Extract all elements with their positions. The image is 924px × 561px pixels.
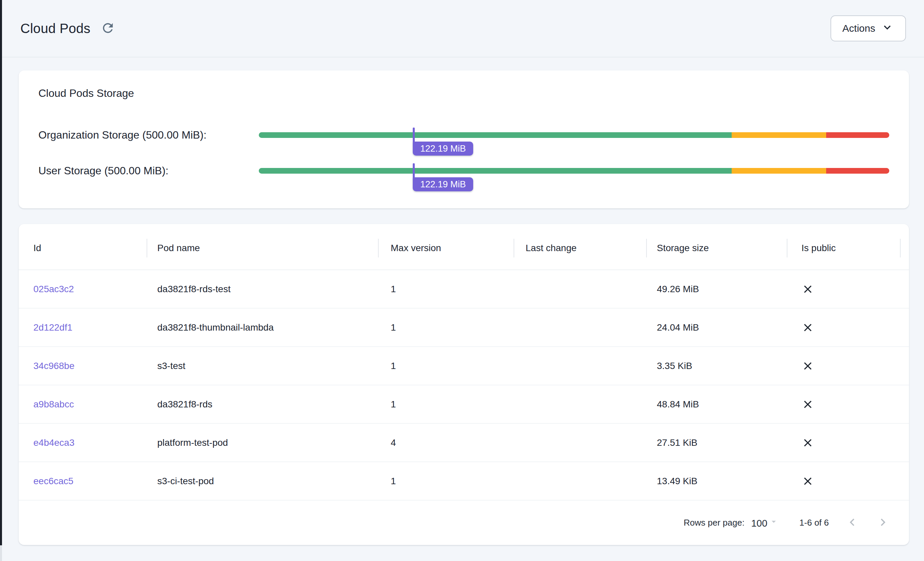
is-public-cell <box>788 475 901 488</box>
table-row: 025ac3c2 da3821f8-rds-test 1 49.26 MiB <box>19 270 909 309</box>
max-version-cell: 1 <box>379 476 514 486</box>
pod-id-cell: a9b8abcc <box>19 399 147 410</box>
pod-name-cell: s3-ci-test-pod <box>147 476 379 486</box>
column-header-storage-size[interactable]: Storage size <box>647 239 788 258</box>
max-version-cell: 4 <box>379 438 514 448</box>
max-version-cell: 1 <box>379 322 514 333</box>
pod-id-cell: 2d122df1 <box>19 322 147 333</box>
actions-button[interactable]: Actions <box>831 15 906 41</box>
is-public-cell <box>788 321 901 334</box>
column-header-pod-name[interactable]: Pod name <box>147 239 379 258</box>
is-public-cell <box>788 360 901 372</box>
pod-name-cell: da3821f8-thumbnail-lambda <box>147 322 379 333</box>
next-page-button[interactable] <box>876 515 890 531</box>
usage-value-badge: 122.19 MiB <box>413 142 473 156</box>
storage-size-cell: 24.04 MiB <box>647 322 788 333</box>
main-content: Cloud Pods Storage Organization Storage … <box>2 57 924 545</box>
column-header-is-public[interactable]: Is public <box>788 239 901 258</box>
storage-size-cell: 48.84 MiB <box>647 399 788 410</box>
storage-size-cell: 27.51 KiB <box>647 438 788 448</box>
pod-id-link[interactable]: 34c968be <box>33 361 75 371</box>
close-icon <box>801 436 901 449</box>
column-header-max-version[interactable]: Max version <box>379 239 514 258</box>
pod-id-link[interactable]: eec6cac5 <box>33 476 74 486</box>
gauge-red-segment <box>826 132 889 138</box>
rows-per-page-value: 100 <box>751 518 767 529</box>
pagination-range-label: 1-6 of 6 <box>800 518 829 528</box>
usage-marker <box>413 128 415 142</box>
user-storage-bar: 122.19 MiB <box>259 168 889 174</box>
table-pagination: Rows per page: 100 1-6 of 6 <box>19 501 909 545</box>
gauge-yellow-segment <box>732 168 826 174</box>
page-header: Cloud Pods Actions <box>2 0 924 57</box>
gauge-red-segment <box>826 168 889 174</box>
rows-per-page-label: Rows per page: <box>684 518 744 528</box>
table-header-row: Id Pod name Max version Last change Stor… <box>19 224 909 270</box>
organization-storage-label: Organization Storage (500.00 MiB): <box>38 129 259 141</box>
gauge-green-segment <box>259 132 732 138</box>
organization-storage-row: Organization Storage (500.00 MiB): 122.1… <box>38 117 889 153</box>
refresh-icon <box>100 21 115 36</box>
storage-size-cell: 49.26 MiB <box>647 284 788 294</box>
pod-id-cell: 025ac3c2 <box>19 284 147 294</box>
pod-name-cell: da3821f8-rds-test <box>147 284 379 294</box>
pod-id-link[interactable]: 2d122df1 <box>33 322 72 333</box>
pod-name-cell: platform-test-pod <box>147 438 379 448</box>
close-icon <box>801 321 901 334</box>
actions-button-label: Actions <box>843 23 875 34</box>
storage-gauge <box>259 132 889 138</box>
pod-id-cell: eec6cac5 <box>19 476 147 486</box>
rows-per-page-select[interactable]: 100 <box>751 517 778 529</box>
scrollbar-thumb[interactable] <box>0 0 2 545</box>
refresh-button[interactable] <box>100 21 115 36</box>
pod-name-cell: s3-test <box>147 361 379 371</box>
user-storage-row: User Storage (500.00 MiB): 122.19 MiB <box>38 153 889 189</box>
pod-id-cell: 34c968be <box>19 361 147 371</box>
pod-id-link[interactable]: e4b4eca3 <box>33 438 75 448</box>
gauge-green-segment <box>259 168 732 174</box>
storage-gauge <box>259 168 889 174</box>
max-version-cell: 1 <box>379 361 514 371</box>
column-header-last-change[interactable]: Last change <box>514 239 647 258</box>
table-row: 2d122df1 da3821f8-thumbnail-lambda 1 24.… <box>19 309 909 347</box>
arrow-dropdown-icon <box>769 517 779 529</box>
pod-id-link[interactable]: 025ac3c2 <box>33 284 74 294</box>
chevron-down-icon <box>880 21 894 36</box>
organization-storage-bar: 122.19 MiB <box>259 132 889 138</box>
pod-id-link[interactable]: a9b8abcc <box>33 399 74 410</box>
storage-card-title: Cloud Pods Storage <box>38 87 889 100</box>
page-title: Cloud Pods <box>20 21 90 36</box>
pod-id-cell: e4b4eca3 <box>19 438 147 448</box>
scrollbar-track[interactable] <box>0 0 2 561</box>
close-icon <box>801 283 901 296</box>
close-icon <box>801 398 901 411</box>
table-row: e4b4eca3 platform-test-pod 4 27.51 KiB <box>19 424 909 462</box>
storage-card: Cloud Pods Storage Organization Storage … <box>19 70 909 208</box>
table-row: a9b8abcc da3821f8-rds 1 48.84 MiB <box>19 386 909 424</box>
usage-value-badge: 122.19 MiB <box>413 177 473 191</box>
close-icon <box>801 475 901 488</box>
column-header-id[interactable]: Id <box>19 239 147 258</box>
table-row: eec6cac5 s3-ci-test-pod 1 13.49 KiB <box>19 462 909 501</box>
user-storage-label: User Storage (500.00 MiB): <box>38 165 259 177</box>
is-public-cell <box>788 283 901 296</box>
usage-marker <box>413 163 415 178</box>
is-public-cell <box>788 398 901 411</box>
is-public-cell <box>788 436 901 449</box>
max-version-cell: 1 <box>379 399 514 410</box>
pods-table-card: Id Pod name Max version Last change Stor… <box>19 224 909 545</box>
close-icon <box>801 360 901 372</box>
storage-size-cell: 13.49 KiB <box>647 476 788 486</box>
chevron-left-icon <box>845 515 860 531</box>
gauge-yellow-segment <box>732 132 826 138</box>
cloud-pods-page: Cloud Pods Actions Cloud Pods Storage Or… <box>2 0 924 545</box>
table-row: 34c968be s3-test 1 3.35 KiB <box>19 347 909 386</box>
chevron-right-icon <box>876 515 890 531</box>
storage-size-cell: 3.35 KiB <box>647 361 788 371</box>
previous-page-button[interactable] <box>845 515 860 531</box>
max-version-cell: 1 <box>379 284 514 294</box>
pod-name-cell: da3821f8-rds <box>147 399 379 410</box>
table-body: 025ac3c2 da3821f8-rds-test 1 49.26 MiB 2… <box>19 270 909 501</box>
